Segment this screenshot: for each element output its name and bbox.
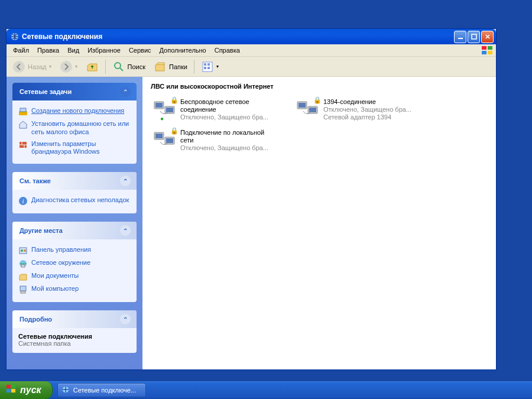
forward-button[interactable]: ▾ (56, 58, 81, 76)
start-flag-icon (6, 384, 17, 397)
my-computer-icon (18, 285, 28, 294)
menu-favorites[interactable]: Избранное (83, 46, 125, 55)
connection-status: Отключено, Защищено бра... (180, 113, 275, 121)
connection-lan[interactable]: 🔒 Подключение по локальной сети Отключен… (151, 128, 276, 155)
tasks-pane: Сетевые задачи ⌃ Создание нового подключ… (7, 77, 142, 369)
svg-rect-24 (21, 265, 25, 267)
connection-1394[interactable]: 🔒 1394-соединение Отключено, Защищено бр… (294, 97, 419, 124)
network-tasks-header[interactable]: Сетевые задачи ⌃ (12, 83, 137, 100)
dropdown-icon: ▾ (49, 64, 51, 69)
network-connections-icon (61, 385, 70, 395)
start-button[interactable]: пуск (0, 381, 53, 399)
seealso-box: См. также ⌃ i Диагностика сетевых непола… (12, 172, 137, 213)
svg-point-7 (13, 61, 25, 73)
firewire-connection-icon: 🔒 (295, 98, 320, 123)
otherplaces-header[interactable]: Другие места ⌃ (12, 222, 137, 239)
connection-name: 1394-соединение (323, 98, 411, 106)
content-area: ЛВС или высокоскоростной Интернет 🔒 ● Бе… (142, 77, 496, 369)
my-documents-icon (18, 272, 28, 281)
svg-rect-14 (207, 67, 210, 69)
control-panel-icon (18, 246, 28, 255)
svg-text:i: i (22, 197, 24, 205)
back-icon (12, 60, 25, 73)
network-places-icon (18, 259, 28, 268)
details-name: Сетевые подключения (18, 333, 131, 340)
svg-rect-6 (488, 51, 492, 54)
link-network-places[interactable]: Сетевое окружение (18, 257, 131, 270)
svg-rect-39 (7, 385, 11, 388)
taskbar-item-label: Сетевые подключе... (73, 387, 136, 394)
lan-connection-icon: 🔒 (152, 129, 177, 154)
search-icon (112, 60, 125, 73)
svg-rect-4 (488, 46, 492, 50)
back-button[interactable]: Назад ▾ (9, 58, 55, 76)
svg-rect-1 (458, 38, 463, 39)
svg-point-8 (60, 61, 72, 73)
network-tasks-box: Сетевые задачи ⌃ Создание нового подключ… (12, 83, 137, 164)
link-control-panel[interactable]: Панель управления (18, 244, 131, 257)
connection-status: Отключено, Защищено бра... Сетевой адапт… (323, 106, 411, 121)
task-firewall[interactable]: Изменить параметры брандмауэра Windows (18, 138, 131, 158)
menu-tools[interactable]: Сервис (125, 46, 155, 55)
folder-up-icon (86, 60, 99, 73)
wifi-connection-icon: 🔒 ● (152, 98, 177, 123)
maximize-button[interactable] (468, 31, 480, 43)
svg-rect-2 (472, 34, 476, 39)
titlebar[interactable]: Сетевые подключения (7, 29, 496, 44)
collapse-icon[interactable]: ⌃ (120, 176, 131, 186)
explorer-window: Сетевые подключения Файл Правка Вид Избр… (6, 28, 497, 370)
close-button[interactable] (481, 31, 494, 43)
start-label: пуск (20, 385, 41, 395)
connection-name: Подключение по локальной сети (180, 129, 275, 144)
windows-flag-icon (481, 45, 495, 56)
menu-extra[interactable]: Дополнительно (155, 46, 210, 55)
connection-wifi[interactable]: 🔒 ● Беспроводное сетевое соединение Откл… (151, 97, 276, 124)
svg-rect-16 (20, 108, 26, 112)
menu-file[interactable]: Файл (9, 46, 33, 55)
signal-dot: ● (160, 115, 164, 122)
menu-edit[interactable]: Правка (33, 46, 63, 55)
dropdown-icon: ▾ (75, 64, 77, 69)
menu-view[interactable]: Вид (63, 46, 83, 55)
svg-point-9 (115, 63, 121, 69)
connection-name: Беспроводное сетевое соединение (180, 98, 275, 113)
network-connections-icon (10, 32, 20, 41)
link-my-documents[interactable]: Мои документы (18, 270, 131, 283)
info-icon: i (18, 196, 28, 206)
views-icon (201, 60, 214, 73)
minimize-button[interactable] (454, 31, 466, 43)
details-box: Подробно ⌃ Сетевые подключения Системная… (12, 310, 137, 353)
menu-help[interactable]: Справка (210, 46, 244, 55)
toolbar: Назад ▾ ▾ Поиск Папки ▾ (7, 57, 496, 77)
task-new-connection[interactable]: Создание нового подключения (18, 105, 131, 118)
lock-icon: 🔒 (170, 127, 179, 135)
link-my-computer[interactable]: Мой компьютер (18, 283, 131, 296)
svg-rect-3 (482, 46, 486, 50)
folders-icon (154, 60, 167, 73)
views-button[interactable]: ▾ (197, 58, 222, 76)
svg-rect-5 (482, 51, 486, 54)
details-header[interactable]: Подробно ⌃ (12, 310, 137, 328)
collapse-icon[interactable]: ⌃ (120, 86, 131, 97)
search-button[interactable]: Поиск (109, 58, 149, 76)
svg-rect-34 (309, 108, 316, 112)
collapse-icon[interactable]: ⌃ (120, 314, 131, 325)
window-body: Сетевые задачи ⌃ Создание нового подключ… (7, 77, 496, 369)
forward-icon (60, 60, 73, 73)
svg-rect-32 (299, 103, 306, 108)
connection-status: Отключено, Защищено бра... (180, 144, 275, 152)
link-diagnostics[interactable]: i Диагностика сетевых неполадок (18, 194, 131, 207)
seealso-header[interactable]: См. также ⌃ (12, 172, 137, 190)
svg-point-21 (21, 249, 23, 252)
svg-point-22 (24, 249, 26, 252)
svg-rect-38 (166, 138, 173, 143)
up-button[interactable] (82, 58, 102, 76)
svg-rect-40 (11, 385, 15, 388)
window-title: Сетевые подключения (22, 33, 102, 41)
task-home-network[interactable]: Установить домашнюю сеть или сеть малого… (18, 118, 131, 138)
folders-button[interactable]: Папки (150, 58, 191, 76)
svg-rect-42 (11, 389, 15, 392)
collapse-icon[interactable]: ⌃ (120, 225, 131, 236)
group-header: ЛВС или высокоскоростной Интернет (151, 83, 488, 91)
taskbar-item-network[interactable]: Сетевые подключе... (57, 383, 146, 397)
